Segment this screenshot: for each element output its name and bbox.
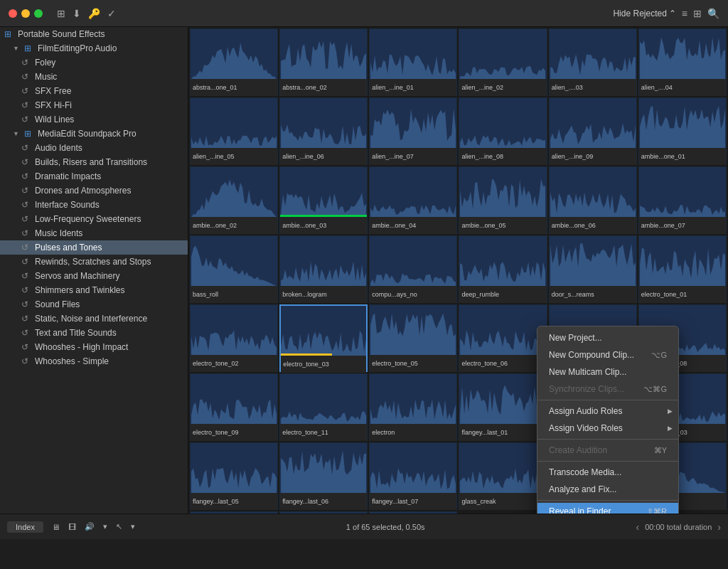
clip-item[interactable]: pulse_01 [279,511,368,514]
menu-item-label: New Compound Clip... [549,350,634,360]
sidebar-item-builds--risers-and-transitions[interactable]: ↺ Builds, Risers and Transitions [0,155,188,169]
clip-item[interactable]: electro_tone_09 [190,373,278,441]
clip-item[interactable]: alien_...ine_05 [190,97,278,165]
clip-item[interactable]: electro_tone_06 [459,304,547,372]
sidebar-label: Rewinds, Scratches and Stops [35,257,151,267]
clip-item[interactable]: broken...logram [279,235,368,303]
sidebar-item-dramatic-impacts[interactable]: ↺ Dramatic Impacts [0,169,188,184]
clip-item[interactable]: electro_tone_01 [638,235,727,303]
close-button[interactable] [9,9,17,18]
sidebar-item-mediaedit-soundpack-pro[interactable]: ▼ ⊞ MediaEdit Soundpack Pro [0,127,188,141]
clip-item[interactable]: electro_tone_11 [279,373,368,441]
sidebar-item-sfx-hi-fi[interactable]: ↺ SFX Hi-Fi [0,98,188,112]
sidebar-item-wild-lines[interactable]: ↺ Wild Lines [0,112,188,127]
clip-item[interactable]: alien_....03 [549,28,637,96]
sidebar-item-drones-and-atmospheres[interactable]: ↺ Drones and Atmospheres [0,184,188,198]
maximize-button[interactable] [34,9,43,18]
menu-item-transcode[interactable]: Transcode Media... [537,464,678,481]
waveform [459,29,546,79]
clip-item[interactable]: alien_...ine_06 [279,97,368,165]
titlebar-tools: ⊞ ⬇ 🔑 ✓ [57,8,116,19]
check-icon[interactable]: ✓ [107,8,116,19]
menu-item-label: Create Audition [549,445,607,455]
sidebar-label: Dramatic Impacts [35,171,101,181]
clip-item[interactable]: ambie...one_06 [549,166,637,234]
clip-item[interactable]: flangey...last_07 [369,442,457,510]
clip-item[interactable]: alien_...ine_08 [459,97,547,165]
clip-item[interactable]: alien_...ine_09 [549,97,637,165]
clip-item[interactable]: flangey...last_05 [190,442,278,510]
clip-item[interactable]: bass_roll [190,235,278,303]
sidebar-item-servos-and-machinery[interactable]: ↺ Servos and Machinery [0,269,188,283]
clip-item[interactable]: alien_...ine_02 [459,28,547,96]
sidebar-item-audio-idents[interactable]: ↺ Audio Idents [0,141,188,155]
clip-item[interactable]: abstra...one_01 [190,28,278,96]
sidebar-item-text-and-title-sounds[interactable]: ↺ Text and Title Sounds [0,326,188,340]
sidebar-item-interface-sounds[interactable]: ↺ Interface Sounds [0,198,188,212]
sidebar-item-foley[interactable]: ↺ Foley [0,55,188,70]
cursor-dropdown-icon[interactable]: ▾ [131,522,135,531]
sidebar-item-filmeditingpro-audio[interactable]: ▼ ⊞ FilmEditingPro Audio [0,41,188,55]
menu-item-assign-video[interactable]: Assign Video Roles [537,420,678,437]
sidebar-item-music-idents[interactable]: ↺ Music Idents [0,226,188,240]
clip-item[interactable]: ambie...one_02 [190,166,278,234]
sidebar-item-static--noise-and-interference[interactable]: ↺ Static, Noise and Interference [0,312,188,326]
grid-view-icon[interactable]: ⊞ [693,8,702,19]
sidebar-item-low-frequency-sweeteners[interactable]: ↺ Low-Frequency Sweeteners [0,212,188,226]
menu-item-new-multicam[interactable]: New Multicam Clip... [537,363,678,381]
clip-item[interactable]: alien_....04 [638,28,727,96]
sidebar-item-music[interactable]: ↺ Music [0,70,188,84]
clip-item[interactable]: ambie...one_07 [638,166,727,234]
clip-item[interactable]: alien_...ine_07 [369,97,457,165]
sidebar-item-sound-files[interactable]: ↺ Sound Files [0,297,188,312]
clip-item[interactable]: electro_tone_05 [369,304,457,372]
clip-item[interactable]: ambie...one_05 [459,166,547,234]
list-view-icon[interactable]: ≡ [682,8,687,19]
status-text: 1 of 65 selected, 0.50s [346,523,425,531]
grid-icon[interactable]: ⊞ [57,8,65,19]
clip-item[interactable]: door_s...reams [549,235,637,303]
menu-item-assign-audio[interactable]: Assign Audio Roles [537,403,678,420]
menu-item-new-project[interactable]: New Project... [537,329,678,346]
sidebar-item-shimmers-and-twinkles[interactable]: ↺ Shimmers and Twinkles [0,283,188,297]
sidebar-label: Wild Lines [35,115,74,124]
clip-item[interactable]: alien_...ine_01 [369,28,457,96]
clip-item[interactable]: compu...ays_no [369,235,457,303]
clip-item[interactable]: electron [369,373,457,441]
clip-item[interactable]: ambie...one_03 [279,166,368,234]
media-import-icon[interactable]: ⬇ [73,8,81,19]
index-tab[interactable]: Index [7,521,43,533]
clip-item[interactable]: deep_rumble [459,235,547,303]
sidebar-item-portable-sound-effects[interactable]: ⊞ Portable Sound Effects [0,27,188,41]
sidebar-item-sfx-free[interactable]: ↺ SFX Free [0,84,188,98]
clip-item[interactable]: electro_tone_02 [190,304,278,372]
menu-separator [537,461,678,462]
hide-rejected-control[interactable]: Hide Rejected ⌃ [613,9,675,18]
menu-item-new-compound[interactable]: New Compound Clip...⌥G [537,346,678,363]
menu-item-analyze[interactable]: Analyze and Fix... [537,481,678,498]
clip-item[interactable]: pulse_02 [369,511,457,514]
sidebar-item-whooshes---high-impact[interactable]: ↺ Whooshes - High Impact [0,340,188,354]
clip-item[interactable]: glass_creak [459,442,547,510]
clip-item[interactable]: ambie...one_01 [638,97,727,165]
loop-icon: ↺ [21,72,28,82]
waveform [280,167,367,217]
chevron-dropdown-icon[interactable]: ▾ [103,522,107,531]
clip-item[interactable]: maximise_01 [190,511,278,514]
clip-item[interactable]: abstra...one_02 [279,28,368,96]
minimize-button[interactable] [21,9,30,18]
sidebar-label: Low-Frequency Sweeteners [35,214,141,224]
sidebar-item-pulses-and-tones[interactable]: ↺ Pulses and Tones [0,240,188,255]
nav-prev-button[interactable]: ‹ [636,521,639,533]
key-icon[interactable]: 🔑 [88,8,100,19]
status-selected: 1 of 65 selected, 0.50s [346,523,425,531]
menu-item-reveal-finder[interactable]: Reveal in Finder⇧⌘R [537,503,678,514]
clip-item[interactable]: ambie...one_04 [369,166,457,234]
search-icon[interactable]: 🔍 [707,8,719,19]
clip-item[interactable]: flangey...last_06 [279,442,368,510]
sidebar-item-rewinds--scratches-and-stops[interactable]: ↺ Rewinds, Scratches and Stops [0,255,188,269]
clip-item[interactable]: electro_tone_03 [279,304,368,372]
nav-next-button[interactable]: › [717,521,721,533]
sidebar-item-whooshes---simple[interactable]: ↺ Whooshes - Simple [0,354,188,368]
clip-item[interactable]: flangey...last_01 [459,373,547,441]
